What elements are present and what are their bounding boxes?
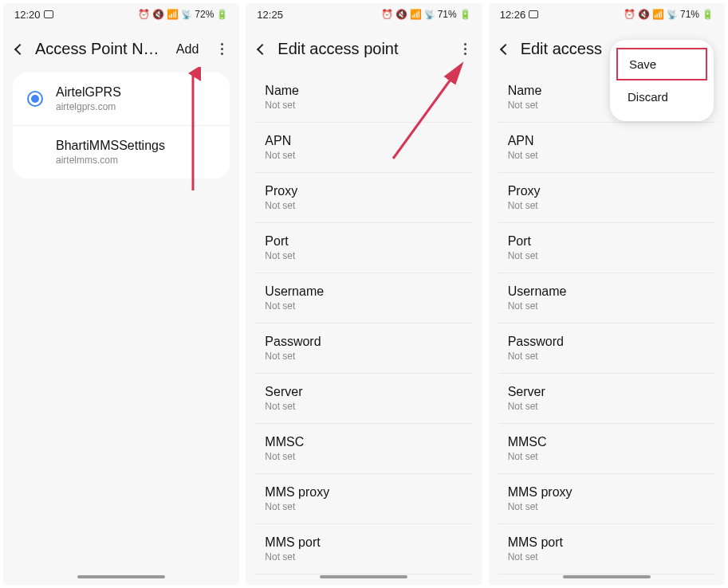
setting-row[interactable]: UsernameNot set (498, 273, 715, 323)
setting-value: Not set (508, 551, 706, 563)
page-title: Edit access point (277, 40, 446, 58)
alarm-icon: ⏰ (381, 9, 393, 20)
setting-row[interactable]: ServerNot set (255, 374, 472, 424)
wifi-icon: 📶 (167, 9, 179, 20)
setting-row[interactable]: UsernameNot set (255, 273, 472, 323)
back-icon[interactable] (14, 43, 26, 54)
phone-screen-3: 12:26 ⏰ 🔇 📶 📡 71% 🔋 Edit access NameNot … (489, 3, 725, 585)
apn-subtitle: airtelmms.com (56, 155, 215, 166)
setting-row[interactable]: ProxyNot set (498, 173, 715, 223)
mute-icon: 🔇 (638, 9, 650, 20)
setting-row[interactable]: MMS proxyNot set (498, 474, 715, 524)
apn-name: AirtelGPRS (56, 85, 215, 100)
apn-item-airtelgprs[interactable]: AirtelGPRS airtelgprs.com (13, 73, 230, 125)
mute-icon: 🔇 (152, 9, 164, 20)
alarm-icon: ⏰ (138, 9, 150, 20)
setting-label: Username (265, 284, 462, 299)
setting-value: Not set (508, 401, 706, 412)
status-time: 12:26 (500, 9, 526, 21)
phone-screen-1: 12:20 ⏰ 🔇 📶 📡 72% 🔋 Access Point Nam… Ad… (3, 3, 239, 585)
setting-row[interactable]: ServerNot set (498, 374, 715, 424)
header: Access Point Nam… Add (3, 25, 239, 73)
setting-row[interactable]: PasswordNot set (498, 323, 715, 374)
setting-label: Username (508, 284, 706, 299)
setting-row[interactable]: ProxyNot set (255, 173, 472, 223)
setting-row[interactable]: NameNot set (255, 73, 472, 123)
save-option[interactable]: Save (616, 48, 707, 80)
setting-row[interactable]: MMS portNot set (498, 524, 715, 574)
discard-option[interactable]: Discard (610, 80, 714, 113)
apn-list: AirtelGPRS airtelgprs.com BhartiMMSSetti… (13, 73, 230, 178)
back-icon[interactable] (500, 43, 511, 54)
setting-value: Not set (265, 200, 462, 211)
status-bar: 12:26 ⏰ 🔇 📶 📡 71% 🔋 (489, 3, 725, 25)
setting-row[interactable]: MMSCNot set (498, 424, 715, 474)
image-icon (529, 10, 538, 18)
setting-label: MMSC (508, 435, 706, 449)
setting-row[interactable]: MMS proxyNot set (255, 474, 472, 524)
header: Edit access point (246, 25, 482, 73)
setting-value: Not set (265, 300, 462, 312)
wifi-icon: 📶 (410, 9, 422, 20)
setting-value: Not set (265, 501, 462, 512)
status-bar: 12:25 ⏰ 🔇 📶 📡 71% 🔋 (246, 3, 482, 25)
settings-list: NameNot setAPNNot setProxyNot setPortNot… (255, 73, 472, 585)
alarm-icon: ⏰ (624, 9, 636, 20)
setting-value: Not set (265, 150, 462, 161)
status-time: 12:25 (257, 9, 283, 21)
setting-row[interactable]: APNNot set (498, 123, 715, 173)
setting-row[interactable]: PasswordNot set (255, 323, 472, 374)
battery-text: 71% (680, 9, 699, 20)
setting-label: Port (508, 234, 706, 249)
setting-value: Not set (508, 351, 706, 362)
image-icon (44, 10, 53, 18)
radio-selected-icon[interactable] (27, 91, 43, 107)
apn-subtitle: airtelgprs.com (56, 101, 215, 112)
add-button[interactable]: Add (171, 42, 203, 57)
more-options-icon[interactable] (214, 40, 230, 58)
nav-bar[interactable] (563, 575, 651, 578)
setting-row[interactable]: PortNot set (255, 223, 472, 273)
setting-label: Proxy (265, 184, 462, 198)
battery-text: 71% (438, 9, 457, 20)
setting-label: Name (265, 84, 462, 98)
options-popup: Save Discard (610, 40, 714, 121)
setting-value: Not set (508, 501, 706, 512)
setting-value: Not set (265, 351, 462, 362)
setting-label: MMS port (508, 535, 706, 550)
setting-label: APN (265, 134, 462, 148)
nav-bar[interactable] (77, 575, 165, 578)
battery-icon: 🔋 (459, 9, 471, 20)
setting-label: Password (265, 335, 462, 349)
setting-label: MMS proxy (265, 485, 462, 500)
setting-label: Server (508, 385, 706, 399)
setting-value: Not set (265, 401, 462, 412)
setting-row[interactable]: MMS portNot set (255, 524, 472, 574)
setting-value: Not set (265, 451, 462, 462)
battery-icon: 🔋 (702, 9, 714, 20)
nav-bar[interactable] (320, 575, 407, 578)
setting-label: Port (265, 234, 462, 249)
status-bar: 12:20 ⏰ 🔇 📶 📡 72% 🔋 (3, 3, 239, 25)
settings-list: NameNot setAPNNot setProxyNot setPortNot… (498, 73, 715, 585)
setting-row[interactable]: MMSCNot set (255, 424, 472, 474)
setting-row[interactable]: PortNot set (498, 223, 715, 273)
battery-text: 72% (195, 9, 214, 20)
wifi-icon: 📶 (652, 9, 664, 20)
apn-name: BhartiMMSSettings (56, 139, 215, 153)
setting-row[interactable]: APNNot set (255, 123, 472, 173)
network-icon: 📡 (181, 10, 192, 20)
setting-label: Password (508, 335, 706, 349)
setting-value: Not set (508, 250, 706, 261)
phone-screen-2: 12:25 ⏰ 🔇 📶 📡 71% 🔋 Edit access point Na… (246, 3, 482, 585)
mute-icon: 🔇 (395, 9, 407, 20)
setting-value: Not set (265, 551, 462, 563)
setting-label: APN (508, 134, 706, 148)
back-icon[interactable] (257, 43, 268, 54)
setting-label: MMSC (265, 435, 462, 449)
setting-label: MMS proxy (508, 485, 706, 500)
setting-label: Server (265, 385, 462, 399)
setting-value: Not set (508, 150, 706, 161)
apn-item-bhartimms[interactable]: BhartiMMSSettings airtelmms.com (13, 125, 230, 178)
more-options-icon[interactable] (458, 40, 473, 58)
